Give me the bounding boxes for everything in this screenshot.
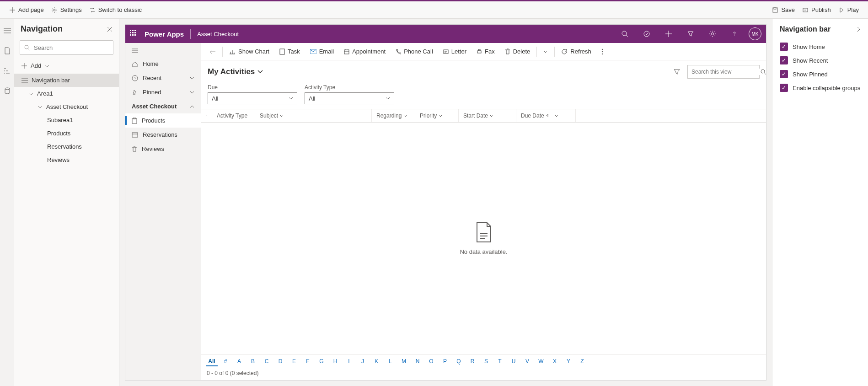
tree-products[interactable]: Products — [14, 127, 119, 140]
tree-reservations[interactable]: Reservations — [14, 140, 119, 153]
waffle-icon[interactable] — [130, 30, 138, 38]
avatar[interactable]: MK — [749, 27, 761, 40]
tree-reviews[interactable]: Reviews — [14, 153, 119, 166]
view-search-input[interactable] — [691, 69, 760, 75]
sidebar-reviews[interactable]: Reviews — [125, 142, 201, 156]
sidebar-hamburger[interactable] — [125, 45, 201, 57]
search-input[interactable] — [34, 44, 111, 51]
chart-icon — [229, 49, 236, 54]
index-N[interactable]: N — [412, 357, 423, 366]
hamburger-icon[interactable] — [4, 27, 11, 34]
index-I[interactable]: I — [343, 357, 355, 366]
tree-icon[interactable] — [4, 67, 11, 75]
sidebar-recent[interactable]: Recent — [125, 71, 201, 85]
switch-classic-button[interactable]: Switch to classic — [86, 1, 145, 18]
sidebar-products[interactable]: Products — [125, 113, 201, 128]
chevron-right-icon[interactable] — [857, 27, 861, 32]
task-button[interactable]: Task — [275, 43, 305, 60]
index-All[interactable]: All — [206, 357, 218, 366]
index-L[interactable]: L — [384, 357, 396, 366]
index-#[interactable]: # — [220, 357, 231, 366]
index-S[interactable]: S — [480, 357, 492, 366]
tree-subarea1[interactable]: Subarea1 — [14, 113, 119, 127]
refresh-button[interactable]: Refresh — [557, 43, 596, 60]
appointment-button[interactable]: Appointment — [339, 43, 390, 60]
back-button[interactable] — [205, 43, 220, 60]
check-show-pinned[interactable]: ✓Show Pinned — [780, 67, 861, 81]
close-icon[interactable] — [107, 27, 113, 32]
more-button[interactable] — [597, 43, 608, 60]
delete-button[interactable]: Delete — [500, 43, 535, 60]
play-button[interactable]: Play — [835, 1, 863, 18]
view-title[interactable]: My Activities — [208, 67, 263, 76]
index-O[interactable]: O — [425, 357, 437, 366]
add-page-button[interactable]: Add page — [5, 1, 48, 18]
tree-navbar[interactable]: Navigation bar — [14, 74, 119, 87]
help-icon[interactable] — [727, 26, 742, 42]
index-D[interactable]: D — [274, 357, 286, 366]
gear-icon[interactable] — [705, 26, 720, 42]
index-F[interactable]: F — [302, 357, 314, 366]
sidebar-group-asset[interactable]: Asset Checkout — [125, 99, 201, 113]
col-due-date[interactable]: Due Date — [516, 109, 576, 122]
fax-button[interactable]: Fax — [472, 43, 499, 60]
email-button[interactable]: Email — [305, 43, 339, 60]
index-Y[interactable]: Y — [563, 357, 574, 366]
save-button[interactable]: Save — [768, 1, 798, 18]
index-E[interactable]: E — [288, 357, 300, 366]
index-H[interactable]: H — [329, 357, 341, 366]
index-R[interactable]: R — [466, 357, 478, 366]
data-icon[interactable] — [4, 87, 11, 95]
publish-button[interactable]: Publish — [798, 1, 835, 18]
index-K[interactable]: K — [370, 357, 382, 366]
chevron-down-icon — [190, 77, 194, 80]
filter-row: Due All Activity Type All — [201, 83, 766, 109]
letter-button[interactable]: Letter — [439, 43, 471, 60]
page-icon[interactable] — [4, 47, 11, 54]
col-check[interactable] — [201, 109, 212, 122]
phone-button[interactable]: Phone Call — [391, 43, 438, 60]
col-priority[interactable]: Priority — [415, 109, 459, 122]
search-icon[interactable] — [617, 26, 632, 42]
filter-due-select[interactable]: All — [208, 92, 297, 104]
plus-icon[interactable] — [661, 26, 676, 42]
index-B[interactable]: B — [247, 357, 259, 366]
filter-icon[interactable] — [683, 26, 698, 42]
index-T[interactable]: T — [494, 357, 506, 366]
col-subject[interactable]: Subject — [255, 109, 372, 122]
sidebar-reservations[interactable]: Reservations — [125, 128, 201, 142]
search-icon[interactable] — [760, 69, 766, 75]
index-W[interactable]: W — [535, 357, 547, 366]
index-U[interactable]: U — [508, 357, 520, 366]
index-Z[interactable]: Z — [576, 357, 588, 366]
index-P[interactable]: P — [439, 357, 451, 366]
delete-dropdown[interactable] — [539, 43, 552, 60]
navigation-panel: Navigation Add Navigation bar Area1 — [14, 19, 119, 386]
index-M[interactable]: M — [398, 357, 410, 366]
show-chart-button[interactable]: Show Chart — [225, 43, 274, 60]
index-X[interactable]: X — [549, 357, 561, 366]
tree-asset-checkout[interactable]: Asset Checkout — [14, 100, 119, 113]
settings-button[interactable]: Settings — [48, 1, 86, 18]
index-C[interactable]: C — [261, 357, 273, 366]
filter-icon[interactable] — [671, 66, 683, 78]
svg-point-8 — [712, 33, 714, 35]
target-icon[interactable] — [639, 26, 654, 42]
check-show-recent[interactable]: ✓Show Recent — [780, 54, 861, 67]
col-regarding[interactable]: Regarding — [372, 109, 415, 122]
tree-area1[interactable]: Area1 — [14, 87, 119, 100]
index-V[interactable]: V — [521, 357, 533, 366]
index-G[interactable]: G — [316, 357, 327, 366]
col-start-date[interactable]: Start Date — [459, 109, 516, 122]
check-show-home[interactable]: ✓Show Home — [780, 40, 861, 54]
col-activity-type[interactable]: Activity Type — [212, 109, 255, 122]
index-A[interactable]: A — [233, 357, 245, 366]
sidebar-pinned[interactable]: Pinned — [125, 85, 201, 99]
index-J[interactable]: J — [357, 357, 369, 366]
filter-type-select[interactable]: All — [305, 92, 394, 104]
sidebar-home[interactable]: Home — [125, 57, 201, 71]
index-Q[interactable]: Q — [453, 357, 465, 366]
tree-area1-label: Area1 — [37, 90, 53, 97]
add-button[interactable]: Add — [14, 59, 119, 73]
check-collapsible[interactable]: ✓Enable collapsible groups — [780, 81, 861, 95]
